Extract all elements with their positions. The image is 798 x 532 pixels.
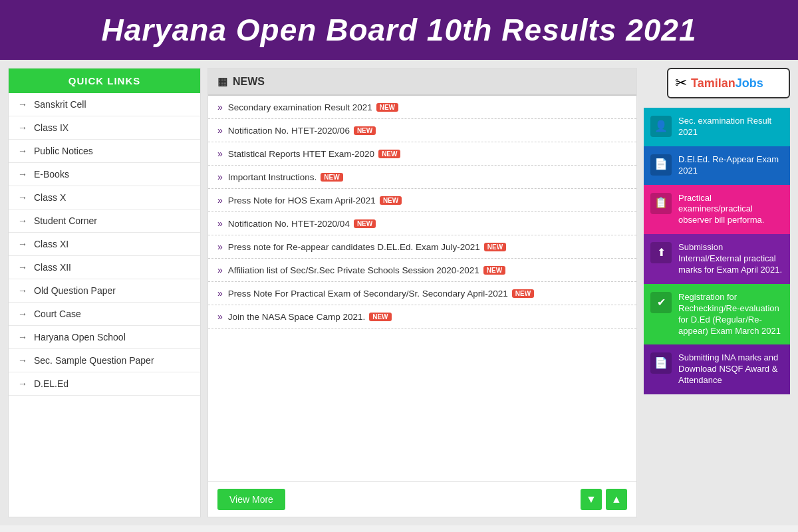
right-card-icon: 📄: [650, 154, 672, 176]
news-footer: View More ▼ ▲: [208, 481, 636, 517]
news-item[interactable]: »Press note for Re-appear candidates D.E…: [208, 235, 636, 259]
right-card[interactable]: 📄 D.El.Ed. Re-Appear Exam 2021: [644, 146, 790, 185]
sidebar-item-label: Public Notices: [34, 146, 93, 156]
right-card-text: D.El.Ed. Re-Appear Exam 2021: [678, 154, 783, 177]
news-chevron-icon: »: [217, 125, 223, 136]
right-card[interactable]: 📋 Practical examiners/practical observer…: [644, 185, 790, 235]
sidebar-item[interactable]: →Public Notices: [9, 140, 200, 163]
sidebar-arrow-icon: →: [18, 285, 27, 296]
right-card[interactable]: 📄 Submitting INA marks and Download NSQF…: [644, 344, 790, 394]
sidebar-item[interactable]: →Sec. Sample Question Paper: [9, 349, 200, 372]
news-item[interactable]: »Join the NASA Space Camp 2021.NEW: [208, 305, 636, 329]
right-card-icon: 📋: [650, 193, 672, 214]
sidebar-item[interactable]: →D.EL.Ed: [9, 372, 200, 396]
sidebar-arrow-icon: →: [18, 192, 27, 203]
sidebar-arrow-icon: →: [18, 309, 27, 319]
news-item-text: Important Instructions.: [228, 172, 317, 182]
sidebar-arrow-icon: →: [18, 355, 27, 366]
scroll-down-button[interactable]: ▼: [581, 489, 602, 510]
right-card-text: Sec. examination Result 2021: [678, 116, 783, 138]
news-chevron-icon: »: [217, 172, 223, 182]
sidebar-arrow-icon: →: [18, 262, 27, 273]
sidebar-item[interactable]: →Class XI: [9, 233, 200, 256]
sidebar-arrow-icon: →: [18, 99, 27, 110]
nav-buttons: ▼ ▲: [581, 489, 627, 510]
sidebar-arrow-icon: →: [18, 122, 27, 133]
news-item[interactable]: »Press Note For Practical Exam of Second…: [208, 282, 636, 305]
sidebar-header: QUICK LINKS: [9, 68, 200, 93]
sidebar-item[interactable]: →Court Case: [9, 303, 200, 326]
sidebar-item[interactable]: →Student Corner: [9, 209, 200, 233]
scroll-up-button[interactable]: ▲: [606, 489, 627, 510]
page-title: Haryana Open Board 10th Results 2021: [20, 12, 778, 48]
news-item[interactable]: »Secondary examination Result 2021NEW: [208, 96, 636, 119]
sidebar-item-label: Sec. Sample Question Paper: [34, 355, 154, 366]
news-icon: ▦: [217, 75, 227, 88]
news-chevron-icon: »: [217, 148, 223, 159]
new-badge: NEW: [369, 313, 391, 321]
news-item[interactable]: »Notification No. HTET-2020/06NEW: [208, 119, 636, 142]
sidebar-item[interactable]: →Class XII: [9, 256, 200, 279]
sidebar-items-container: →Sanskrit Cell→Class IX→Public Notices→E…: [9, 93, 200, 396]
right-card-icon: ⬆: [650, 242, 672, 263]
news-chevron-icon: »: [217, 102, 223, 112]
news-item[interactable]: »Affiliation list of Sec/Sr.Sec Private …: [208, 259, 636, 282]
right-card[interactable]: ⬆ Submission Internal/External practical…: [644, 234, 790, 284]
right-card-text: Practical examiners/practical observer b…: [678, 193, 783, 227]
sidebar-item[interactable]: →E-Books: [9, 163, 200, 186]
right-card-text: Registration for Rechecking/Re-evaluatio…: [678, 292, 783, 337]
page-header: Haryana Open Board 10th Results 2021: [0, 0, 798, 60]
new-badge: NEW: [354, 126, 376, 135]
new-badge: NEW: [321, 173, 342, 182]
sidebar-item[interactable]: →Haryana Open School: [9, 326, 200, 349]
news-item[interactable]: »Press Note for HOS Exam April-2021NEW: [208, 189, 636, 212]
news-item-text: Statistical Reports HTET Exam-2020: [228, 149, 374, 159]
sidebar-item-label: Haryana Open School: [34, 332, 126, 342]
sidebar-item[interactable]: →Class X: [9, 186, 200, 209]
news-item-text: Join the NASA Space Camp 2021.: [228, 312, 365, 322]
news-item-text: Press Note for HOS Exam April-2021: [228, 196, 376, 205]
sidebar-item[interactable]: →Sanskrit Cell: [9, 93, 200, 116]
news-item-text: Notification No. HTET-2020/06: [228, 126, 350, 136]
new-badge: NEW: [354, 219, 376, 228]
sidebar-item-label: Court Case: [34, 309, 81, 319]
new-badge: NEW: [483, 266, 505, 275]
right-panel: ✂ TamilanJobs 👤 Sec. examination Result …: [644, 68, 790, 517]
news-list: »Secondary examination Result 2021NEW»No…: [208, 96, 636, 481]
sidebar-arrow-icon: →: [18, 215, 27, 226]
news-item[interactable]: »Statistical Reports HTET Exam-2020NEW: [208, 142, 636, 166]
new-badge: NEW: [378, 150, 400, 158]
news-item-text: Affiliation list of Sec/Sr.Sec Private S…: [228, 265, 479, 275]
news-item[interactable]: »Important Instructions.NEW: [208, 166, 636, 189]
sidebar: QUICK LINKS →Sanskrit Cell→Class IX→Publ…: [8, 68, 201, 517]
news-item-text: Notification No. HTET-2020/04: [228, 219, 350, 229]
news-chevron-icon: »: [217, 195, 223, 205]
sidebar-arrow-icon: →: [18, 146, 27, 156]
new-badge: NEW: [484, 243, 506, 251]
sidebar-item-label: Class XII: [34, 262, 71, 273]
news-chevron-icon: »: [217, 218, 223, 229]
news-item-text: Press note for Re-appear candidates D.EL…: [228, 242, 480, 252]
view-more-button[interactable]: View More: [217, 489, 285, 510]
sidebar-arrow-icon: →: [18, 239, 27, 249]
right-card[interactable]: ✔ Registration for Rechecking/Re-evaluat…: [644, 284, 790, 345]
right-card-icon: ✔: [650, 292, 672, 313]
news-chevron-icon: »: [217, 265, 223, 275]
sidebar-item[interactable]: →Class IX: [9, 116, 200, 140]
right-card-icon: 👤: [650, 116, 672, 137]
sidebar-item[interactable]: →Old Question Paper: [9, 279, 200, 303]
new-badge: NEW: [376, 103, 398, 112]
logo-icon: ✂: [675, 74, 687, 92]
logo-text: TamilanJobs: [691, 76, 763, 90]
right-card[interactable]: 👤 Sec. examination Result 2021: [644, 108, 790, 146]
sidebar-item-label: E-Books: [34, 169, 69, 180]
news-item[interactable]: »Notification No. HTET-2020/04NEW: [208, 212, 636, 235]
news-chevron-icon: »: [217, 311, 223, 322]
sidebar-item-label: Class XI: [34, 239, 68, 249]
news-section: ▦ NEWS »Secondary examination Result 202…: [207, 68, 637, 517]
news-item-text: Press Note For Practical Exam of Seconda…: [228, 289, 508, 299]
new-badge: NEW: [380, 196, 402, 205]
news-chevron-icon: »: [217, 241, 223, 252]
main-content: QUICK LINKS →Sanskrit Cell→Class IX→Publ…: [0, 60, 798, 525]
new-badge: NEW: [512, 289, 534, 298]
